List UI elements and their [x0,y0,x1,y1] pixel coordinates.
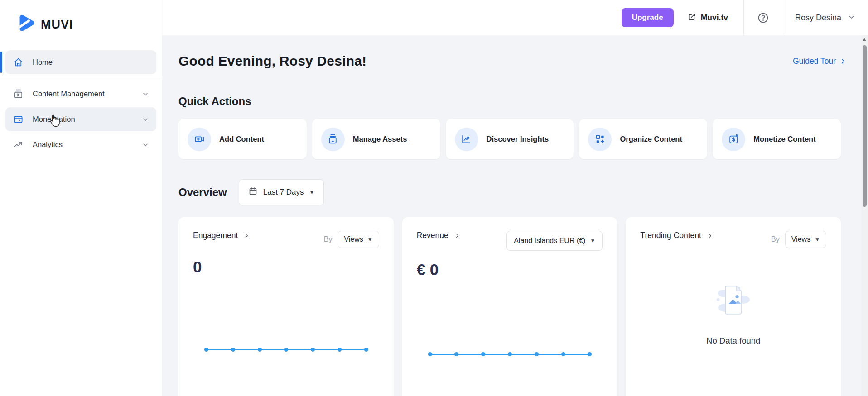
dropdown-arrow-icon: ▼ [590,238,595,244]
quick-actions-title: Quick Actions [178,95,841,108]
archive-icon [321,128,345,151]
currency-dropdown[interactable]: Aland Islands EUR (€) ▼ [506,231,603,251]
external-link-icon [687,12,696,24]
trending-metric-dropdown[interactable]: Views ▼ [785,231,826,248]
sidebar-item-label: Monetization [33,115,75,124]
grid-plus-icon [588,128,612,151]
chart-point [258,348,262,352]
chevron-down-icon[interactable] [142,141,149,148]
calendar-icon [248,186,258,198]
muvi-tv-link[interactable]: Muvi.tv [687,12,728,24]
chevron-right-icon [707,233,713,239]
user-menu[interactable]: Rosy Desina [783,13,863,23]
chart-trend-icon [455,128,478,151]
sidebar-divider [0,78,162,78]
chevron-down-icon[interactable] [142,91,149,98]
quick-action-label: Add Content [219,135,264,143]
guided-tour-label: Guided Tour [793,57,836,66]
no-data-illustration [712,281,755,320]
user-name: Rosy Desina [795,13,841,23]
video-archive-icon [13,89,24,100]
engagement-title: Engagement [193,231,238,240]
chevron-right-icon [243,233,250,239]
vertical-scrollbar[interactable] [861,35,868,396]
by-label: By [324,235,333,243]
engagement-chart [206,348,366,352]
muvi-dashboard: MUVI Home Conte [0,0,868,396]
date-range-dropdown[interactable]: Last 7 Days ▼ [239,179,324,205]
chart-point [284,348,288,352]
sidebar-item-label: Content Management [33,90,105,98]
sidebar-item-home[interactable]: Home [5,50,156,74]
quick-action-add-content[interactable]: Add Content [178,119,307,159]
question-circle-icon [757,12,769,24]
quick-action-monetize-content[interactable]: Monetize Content [713,119,841,159]
sidebar-item-monetization[interactable]: Monetization [5,107,156,131]
dollar-square-icon [722,128,745,151]
chart-point [588,352,592,356]
trending-title: Trending Content [640,231,701,240]
chevron-down-icon[interactable] [142,116,149,123]
chart-point [481,352,485,356]
no-data-text: No Data found [706,336,760,346]
chart-point [311,348,315,352]
by-label: By [771,235,780,243]
sidebar: MUVI Home Conte [0,0,162,396]
guided-tour-link[interactable]: Guided Tour [793,57,846,66]
quick-action-manage-assets[interactable]: Manage Assets [312,119,440,159]
engagement-metric-dropdown[interactable]: Views ▼ [338,231,379,248]
chart-point [364,348,368,352]
revenue-title: Revenue [417,231,448,240]
chart-point [508,352,512,356]
chart-point [428,352,432,356]
quick-action-discover-insights[interactable]: Discover Insights [446,119,574,159]
top-bar: Upgrade Muvi.tv Rosy Desina [162,0,868,35]
muvi-tv-label: Muvi.tv [701,13,728,23]
overview-title: Overview [178,186,227,199]
help-button[interactable] [744,12,783,24]
revenue-value: € 0 [417,261,603,279]
chart-point [338,348,342,352]
quick-action-label: Organize Content [620,135,682,143]
page-greeting: Good Evening, Rosy Desina! [178,53,366,69]
quick-action-label: Monetize Content [753,135,816,143]
revenue-card-link[interactable]: Revenue [417,231,460,240]
active-indicator [0,52,2,73]
date-range-value: Last 7 Days [263,188,304,197]
dropdown-arrow-icon: ▼ [309,189,315,196]
trending-content-card: Trending Content By Views ▼ [626,217,841,396]
muvi-logo-icon [15,14,34,35]
content: Good Evening, Rosy Desina! Guided Tour Q… [162,35,868,396]
sidebar-item-analytics[interactable]: Analytics [5,133,156,157]
quick-actions-section: Quick Actions Add Content [178,95,841,159]
home-icon [13,57,24,68]
video-plus-icon [188,128,211,151]
sidebar-nav: Home Content Management [0,47,162,160]
scrollbar-up-arrow[interactable] [863,38,866,41]
chevron-right-icon [454,233,460,239]
revenue-card: Revenue Aland Islands EUR (€) ▼ € 0 [402,217,617,396]
chart-point [231,348,235,352]
chevron-right-icon [839,58,846,65]
revenue-chart [430,352,590,357]
sidebar-item-content-management[interactable]: Content Management [5,82,156,106]
chart-point [561,352,565,356]
engagement-card-link[interactable]: Engagement [193,231,250,240]
overview-header: Overview Last 7 Days ▼ [178,179,841,205]
engagement-card: Engagement By Views ▼ 0 [178,217,394,396]
chart-point [454,352,458,356]
quick-action-label: Discover Insights [487,135,549,143]
trending-card-link[interactable]: Trending Content [640,231,713,240]
metric-value: Views [791,235,810,243]
metric-value: Views [344,235,363,243]
scrollbar-thumb[interactable] [863,45,867,207]
wallet-icon [13,114,24,125]
quick-action-label: Manage Assets [353,135,407,143]
brand-logo[interactable]: MUVI [0,0,162,47]
brand-name: MUVI [41,18,73,32]
sidebar-item-label: Analytics [33,140,63,149]
chevron-down-icon [848,13,855,23]
currency-value: Aland Islands EUR (€) [514,237,585,245]
quick-action-organize-content[interactable]: Organize Content [579,119,707,159]
upgrade-button[interactable]: Upgrade [622,8,674,27]
